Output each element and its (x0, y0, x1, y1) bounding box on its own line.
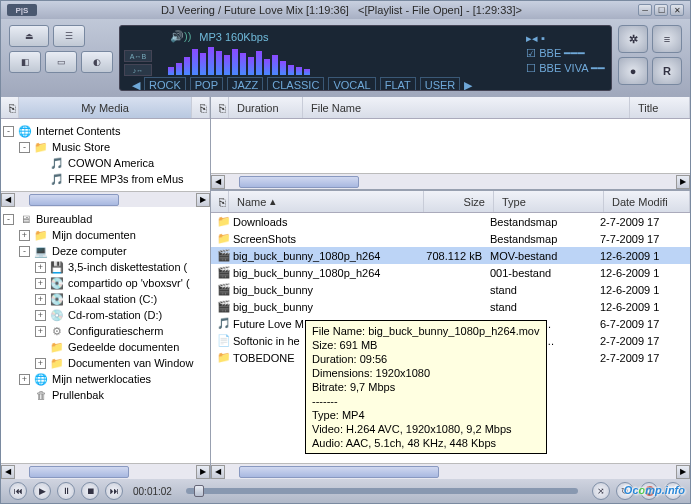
eq-preset-classic[interactable]: CLASSIC (267, 77, 324, 91)
tree-icon: 🌐 (33, 372, 49, 386)
file-row[interactable]: 🎬big_buck_bunny_1080p_h264708.112 kBMOV-… (211, 247, 690, 264)
expand-toggle[interactable]: + (19, 374, 30, 385)
skin-button[interactable]: ◐ (81, 51, 113, 73)
expand-toggle[interactable]: + (35, 326, 46, 337)
ab-repeat-button[interactable]: A↔B (124, 50, 152, 62)
tree-icon: 🌐 (17, 124, 33, 138)
filelist-hscroll[interactable]: ◀▶ (211, 463, 690, 479)
eq-next-icon[interactable]: ▶ (464, 79, 472, 92)
expand-toggle[interactable]: + (19, 230, 30, 241)
record-button[interactable]: ● (618, 57, 648, 85)
tree-item[interactable]: +📁Mijn documenten (3, 227, 208, 243)
eq-preset-jazz[interactable]: JAZZ (227, 77, 263, 91)
tree-item[interactable]: 🎵COWON America (3, 155, 208, 171)
file-row[interactable]: 🎬big_buck_bunnystand12-6-2009 1 (211, 298, 690, 315)
col-name[interactable]: Name ▴ (229, 191, 424, 212)
next-button[interactable]: ⏭ (105, 482, 123, 500)
file-row[interactable]: 🎬big_buck_bunny_1080p_h264001-bestand12-… (211, 264, 690, 281)
tree-item[interactable]: +🌐Mijn netwerklocaties (3, 371, 208, 387)
eq-preset-rock[interactable]: ROCK (144, 77, 186, 91)
equalizer-button[interactable]: ≡ (652, 25, 682, 53)
tree1-hscroll[interactable]: ◀▶ (1, 191, 210, 207)
col-type[interactable]: Type (494, 191, 604, 212)
expand-toggle[interactable]: - (3, 214, 14, 225)
prev-button[interactable]: ⏮ (9, 482, 27, 500)
eq-prev-icon[interactable]: ◀ (132, 79, 140, 92)
tree-item[interactable]: -📁Music Store (3, 139, 208, 155)
viva-toggle[interactable]: BBE VIVA (539, 62, 588, 74)
expand-toggle[interactable]: - (19, 142, 30, 153)
rip-button[interactable]: R (652, 57, 682, 85)
tree-icon: 🖥 (17, 212, 33, 226)
file-date: 12-6-2009 1 (600, 267, 686, 279)
sidebar-collapse-button[interactable]: ⎘ (1, 97, 19, 118)
col-title[interactable]: Title (630, 97, 690, 118)
expand-toggle[interactable]: - (19, 246, 30, 257)
bbe-toggle[interactable]: BBE (539, 47, 561, 59)
eject-button[interactable]: ⏏ (9, 25, 49, 47)
tree-item[interactable]: -💻Deze computer (3, 243, 208, 259)
col-duration[interactable]: Duration (229, 97, 303, 118)
sidebar-menu-button[interactable]: ⎘ (192, 97, 210, 118)
tree-item[interactable]: +💽Lokaal station (C:) (3, 291, 208, 307)
tree-icon: 🎵 (49, 156, 65, 170)
maximize-button[interactable]: ☐ (654, 4, 668, 16)
expand-toggle[interactable]: + (35, 358, 46, 369)
playmode-icon[interactable]: ▸◂ ▪ (526, 32, 545, 44)
file-row[interactable]: 📁DownloadsBestandsmap2-7-2009 17 (211, 213, 690, 230)
tree-item[interactable]: +⚙Configuratiescherm (3, 323, 208, 339)
filesystem-tree: -🖥Bureaublad+📁Mijn documenten-💻Deze comp… (1, 207, 210, 463)
crossfade-button[interactable]: ♪↔ (124, 64, 152, 76)
effects-button[interactable]: ✲ (618, 25, 648, 53)
shuffle-button[interactable]: ⤨ (592, 482, 610, 500)
file-row[interactable]: 🎬big_buck_bunnystand12-6-2009 1 (211, 281, 690, 298)
seek-slider[interactable] (186, 488, 578, 494)
eq-preset-pop[interactable]: POP (190, 77, 223, 91)
playlist-button[interactable]: ☰ (53, 25, 85, 47)
tree-item[interactable]: 📁Gedeelde documenten (3, 339, 208, 355)
col-filename[interactable]: File Name (303, 97, 630, 118)
internet-tree: -🌐Internet Contents-📁Music Store🎵COWON A… (1, 119, 210, 191)
file-icon: 📁 (215, 351, 233, 364)
tree-item[interactable]: -🌐Internet Contents (3, 123, 208, 139)
expand-toggle[interactable]: + (35, 278, 46, 289)
tree-item[interactable]: 🎵FREE MP3s from eMus (3, 171, 208, 187)
tree-item[interactable]: +💽compartido op 'vboxsvr' ( (3, 275, 208, 291)
tree-label: Mijn netwerklocaties (52, 373, 151, 385)
codec-label: MP3 160Kbps (199, 31, 268, 43)
file-date: 2-7-2009 17 (600, 216, 686, 228)
playlist-collapse-button[interactable]: ⎘ (211, 97, 229, 118)
tree-item[interactable]: 🗑Prullenbak (3, 387, 208, 403)
eq-preset-vocal[interactable]: VOCAL (328, 77, 375, 91)
filebrowser-collapse-button[interactable]: ⎘ (211, 191, 229, 212)
col-size[interactable]: Size (424, 191, 494, 212)
minimize-button[interactable]: ─ (638, 4, 652, 16)
expand-toggle[interactable]: - (3, 126, 14, 137)
expand-toggle[interactable]: + (35, 262, 46, 273)
tree2-hscroll[interactable]: ◀▶ (1, 463, 210, 479)
file-date: 12-6-2009 1 (600, 301, 686, 313)
playlist-hscroll[interactable]: ◀▶ (211, 173, 690, 189)
tree-label: compartido op 'vboxsvr' ( (68, 277, 190, 289)
col-date[interactable]: Date Modifi (604, 191, 690, 212)
file-row[interactable]: 📁ScreenShotsBestandsmap7-7-2009 17 (211, 230, 690, 247)
tree-item[interactable]: -🖥Bureaublad (3, 211, 208, 227)
tree-icon: 💾 (49, 260, 65, 274)
expand-toggle[interactable]: + (35, 310, 46, 321)
pause-button[interactable]: ⏸ (57, 482, 75, 500)
tree-icon: 💽 (49, 292, 65, 306)
album-button[interactable]: ◧ (9, 51, 41, 73)
expand-toggle[interactable]: + (35, 294, 46, 305)
close-button[interactable]: ✕ (670, 4, 684, 16)
play-button[interactable]: ▶ (33, 482, 51, 500)
tree-label: Prullenbak (52, 389, 104, 401)
file-name: ScreenShots (233, 233, 420, 245)
eq-preset-flat[interactable]: FLAT (380, 77, 416, 91)
tree-item[interactable]: +📁Documenten van Window (3, 355, 208, 371)
eq-preset-user[interactable]: USER (420, 77, 461, 91)
tree-item[interactable]: +💾3,5-inch diskettestation ( (3, 259, 208, 275)
stop-button[interactable]: ⏹ (81, 482, 99, 500)
tree-icon: 💻 (33, 244, 49, 258)
tree-item[interactable]: +💿Cd-rom-station (D:) (3, 307, 208, 323)
video-button[interactable]: ▭ (45, 51, 77, 73)
